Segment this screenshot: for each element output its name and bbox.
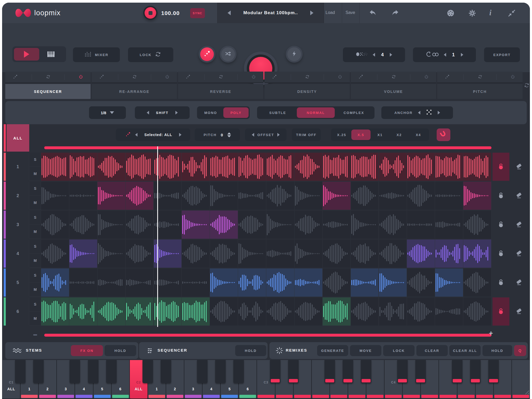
tab-pitch[interactable]: PITCH [437, 72, 523, 99]
speed-x-5[interactable]: X.5 [351, 129, 371, 140]
lock-icon[interactable] [497, 278, 505, 287]
wave-cell[interactable] [69, 240, 97, 268]
black-key[interactable] [397, 360, 408, 383]
lock-cell[interactable] [492, 182, 509, 210]
speed-x2[interactable]: X2 [390, 129, 409, 140]
wave-cell[interactable] [407, 182, 435, 210]
black-key[interactable] [88, 360, 98, 383]
wave-cell[interactable] [210, 297, 238, 326]
speed-x4[interactable]: X4 [409, 129, 428, 140]
sync-button[interactable]: SYNC [190, 8, 205, 18]
wave-cell[interactable] [351, 211, 379, 239]
wave-cell[interactable] [351, 153, 379, 181]
wave-cell[interactable] [182, 240, 210, 268]
wave-cell[interactable] [379, 268, 407, 297]
remix-clear-button[interactable]: CLEAR [416, 345, 448, 356]
key-extra[interactable] [512, 360, 530, 398]
erase-cell[interactable] [510, 211, 527, 239]
stepper-icon[interactable] [227, 132, 231, 137]
wave-cell[interactable] [323, 153, 351, 181]
tab-power-icon[interactable] [338, 74, 342, 79]
resize-grip-icon[interactable] [525, 390, 529, 394]
lock-cell[interactable] [492, 153, 509, 181]
wave-cell[interactable] [323, 240, 351, 268]
wave-cell[interactable] [407, 153, 435, 181]
wave-cell[interactable] [238, 211, 266, 239]
wave-cell[interactable] [463, 211, 491, 239]
black-key[interactable] [361, 360, 371, 383]
offset-left-icon[interactable] [252, 133, 254, 137]
erase-cell[interactable] [510, 182, 527, 210]
wave-cell[interactable] [97, 240, 126, 268]
save-button[interactable]: Save [346, 10, 355, 15]
tab-power-icon[interactable] [424, 74, 429, 79]
wave-cell[interactable] [323, 182, 351, 210]
zoom-out-minus-icon[interactable] [33, 334, 37, 336]
wave-cell[interactable] [210, 182, 238, 210]
magnet-button[interactable] [437, 128, 450, 141]
pattern-count-value[interactable]: 4 [375, 52, 390, 58]
wave-cell[interactable] [294, 153, 323, 181]
tab-power-icon[interactable] [165, 74, 170, 79]
trim-button[interactable]: TRIM OFF [292, 128, 321, 141]
tab-power-icon[interactable] [252, 74, 256, 79]
wave-cell[interactable] [294, 240, 323, 268]
wave-cell[interactable] [266, 211, 294, 239]
wave-cell[interactable] [266, 297, 294, 326]
lock-icon[interactable] [497, 307, 505, 316]
midi-icon[interactable] [447, 9, 455, 17]
stop-button[interactable] [143, 6, 157, 20]
erase-cell[interactable] [510, 240, 527, 268]
tab-label[interactable]: VOLUME [351, 84, 436, 99]
tab-power-icon[interactable] [511, 74, 515, 79]
wave-cell[interactable] [323, 297, 351, 326]
wave-cell[interactable] [69, 211, 97, 239]
pattern-prev-icon[interactable] [373, 53, 375, 57]
speed-x1[interactable]: X1 [371, 129, 390, 140]
black-key[interactable] [488, 360, 499, 383]
wave-cell[interactable] [379, 182, 407, 210]
stems-hold-button[interactable]: HOLD [105, 345, 136, 356]
selected-prev-icon[interactable] [135, 133, 137, 137]
tab-cycle-icon[interactable] [391, 74, 396, 80]
tab-cycle-icon[interactable] [132, 74, 137, 80]
eraser-icon[interactable] [515, 192, 523, 200]
wave-cell[interactable] [294, 182, 323, 210]
black-key[interactable] [33, 360, 44, 383]
wave-cell[interactable] [435, 211, 463, 239]
solo-button[interactable]: S [29, 240, 41, 253]
tab-cycle-icon[interactable] [478, 74, 483, 80]
anchor-right-icon[interactable] [438, 111, 440, 114]
tab-reverse[interactable]: REVERSE [178, 72, 263, 99]
wave-cell[interactable] [463, 153, 491, 181]
erase-cell[interactable] [510, 297, 527, 326]
wave-cell[interactable] [351, 182, 379, 210]
anchor-left-icon[interactable] [418, 111, 420, 114]
wave-cell[interactable] [238, 240, 266, 268]
play-button[interactable] [14, 48, 39, 61]
wave-cell[interactable] [182, 211, 210, 239]
remix-clear-all-button[interactable]: CLEAR ALL [449, 345, 481, 356]
wave-cell[interactable] [69, 182, 97, 210]
remix-lock-button[interactable]: LOCK [383, 345, 415, 356]
tab-label[interactable]: SEQUENCER [5, 84, 91, 99]
shift-right-icon[interactable] [175, 111, 178, 114]
wave-cell[interactable] [407, 211, 435, 239]
wave-cell[interactable] [294, 297, 323, 326]
wave-cell[interactable] [238, 268, 266, 297]
wave-cell[interactable] [41, 240, 69, 268]
wave-cell[interactable] [266, 268, 294, 297]
tab-label[interactable]: RE-ARRANGE [92, 84, 177, 99]
preset-name[interactable]: Modular Beat 100bpm.. [218, 10, 324, 16]
load-button[interactable]: Load [326, 10, 335, 15]
wave-cell[interactable] [351, 297, 379, 326]
info-icon[interactable]: i [489, 8, 491, 17]
pitch-stepper[interactable]: PITCH 0 [195, 128, 240, 141]
tab-power-icon[interactable] [79, 74, 83, 79]
wave-cell[interactable] [463, 268, 491, 297]
tab-re-arrange[interactable]: RE-ARRANGE [92, 72, 177, 99]
black-key[interactable] [415, 360, 426, 383]
black-key[interactable] [470, 360, 481, 383]
black-key[interactable] [70, 360, 80, 383]
wave-cell[interactable] [126, 240, 154, 268]
